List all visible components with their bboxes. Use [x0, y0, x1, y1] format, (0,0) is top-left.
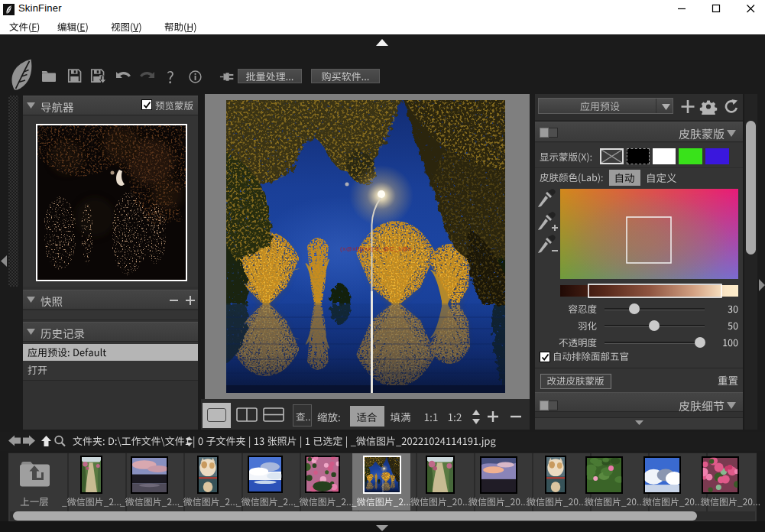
svg-text:(x@xi][(xx] 0_@C_1@x: (x@xi][(xx] 0_@C_1@x	[340, 245, 412, 252]
